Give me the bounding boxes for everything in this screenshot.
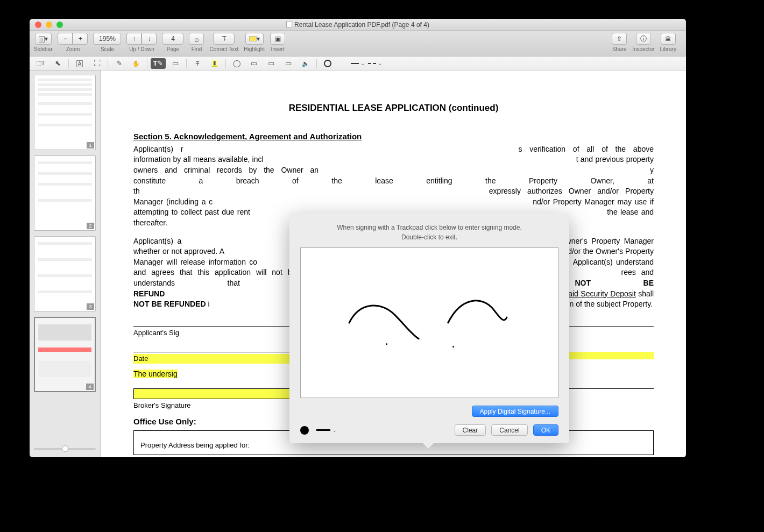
sign-icon [153,59,158,67]
page-number-field[interactable]: 4 [162,33,183,45]
text-box-tool[interactable] [72,58,87,69]
signature-canvas[interactable] [300,247,558,398]
comment-tool[interactable] [229,58,244,69]
signature-line-weight[interactable] [316,429,330,431]
svg-point-0 [386,343,387,345]
signature-dialog: When signing with a Trackpad click below… [289,213,569,443]
stamp-icon [285,59,292,67]
sidebar-icon [39,35,45,42]
textbox-icon [76,59,83,67]
thumbnail-size-slider[interactable] [34,444,96,453]
crop-tool[interactable] [89,58,104,69]
cursor-icon [55,59,61,67]
svg-point-1 [452,346,454,347]
strike-icon [222,35,226,42]
insert-label: Insert [271,46,285,52]
zoom-value-field[interactable]: 195% [93,33,121,45]
zoom-label: Zoom [66,46,80,52]
share-label: Share [612,46,627,52]
page-up-button[interactable] [126,33,142,45]
ok-button[interactable]: OK [533,424,558,436]
line-weight-dropdown[interactable]: ⌄ [350,58,365,69]
annotation-toolbar: ⬚T ✎ T ▮ ⌄ ⌄ [30,56,686,70]
draw-tool[interactable] [111,58,126,69]
clear-button[interactable]: Clear [455,424,486,436]
sidebar-toggle[interactable]: ▾ [35,33,52,45]
strike-tool[interactable]: T [190,58,205,69]
highlight-tool[interactable]: ▮ [207,58,222,69]
square-icon [268,59,274,67]
crop-icon [94,59,101,67]
cancel-button[interactable]: Cancel [491,424,527,436]
thumbnail-page-2[interactable]: 2 [34,155,96,231]
signature-tool[interactable]: ✎ [151,58,166,69]
sound-icon [302,59,309,67]
signature-color-swatch[interactable] [300,426,309,435]
circle-icon [324,60,331,67]
hand-icon [132,59,140,67]
page-label: Page [167,46,179,52]
correct-text-button[interactable] [213,33,235,45]
note-tool[interactable] [246,58,261,69]
thumbnail-page-4[interactable]: 4 [34,317,96,392]
thumbnail-page-1[interactable]: 1 [34,75,96,150]
pencil-icon [116,59,122,67]
correct-label: Correct Text [209,46,238,52]
zoom-out-button[interactable] [58,33,73,45]
image-icon [275,35,281,42]
highlight-label: Highlight [244,46,265,52]
search-icon [194,34,199,44]
window-title: Rental Lease Application PDF.pdf (Page 4… [30,21,686,29]
page-down-button[interactable] [142,33,157,45]
sound-tool[interactable] [298,58,313,69]
insert-button[interactable] [270,33,285,45]
section-heading: Section 5. Acknowledgement, Agreement an… [133,131,654,142]
bubble-icon [233,59,241,67]
note-icon [251,59,257,67]
undersigned-text: The undersig [133,370,178,378]
text-select-tool[interactable]: ⬚T [33,58,48,69]
apply-digital-signature-button[interactable]: Apply Digital Signature... [472,406,558,417]
thumbnail-page-3[interactable]: 3 [34,236,96,311]
inspector-button[interactable] [636,33,651,45]
zoom-in-button[interactable] [73,33,88,45]
pan-tool[interactable] [129,58,144,69]
find-label: Find [192,46,202,52]
sidebar-label: Sidebar [34,46,52,52]
share-button[interactable] [612,33,627,45]
info-icon [640,34,647,44]
library-button[interactable] [661,33,676,45]
line-style-dropdown[interactable]: ⌄ [367,58,383,69]
thumbnail-sidebar: 1 2 3 4 [30,70,101,457]
main-toolbar: ▾ Sidebar Zoom 195% Scale Up / Down [30,31,686,56]
shape-circle-tool[interactable] [320,58,335,69]
titlebar: Rental Lease Application PDF.pdf (Page 4… [30,19,686,31]
updown-label: Up / Down [129,46,154,52]
document-icon [286,21,292,28]
highlight-icon [249,36,257,41]
select-icon [172,59,179,67]
share-icon [617,35,622,42]
library-icon [665,35,671,42]
signature-instructions: When signing with a Trackpad click below… [300,223,558,242]
signature-alt-tool[interactable] [168,58,183,69]
page-heading: RESIDENTIAL LEASE APPLICATION (continued… [133,102,654,115]
arrow-up-icon [132,35,136,42]
document-view[interactable]: RESIDENTIAL LEASE APPLICATION (continued… [101,70,686,457]
arrow-down-icon [147,35,151,42]
app-window: Rental Lease Application PDF.pdf (Page 4… [30,19,686,457]
pointer-tool[interactable] [50,58,65,69]
stamp-tool[interactable] [281,58,296,69]
plus-icon [79,35,82,42]
box-tool[interactable] [264,58,279,69]
minus-icon [63,35,67,42]
library-label: Library [660,46,676,52]
find-button[interactable] [189,33,204,45]
scale-label: Scale [101,46,114,52]
highlight-button[interactable]: ▾ [245,33,264,45]
inspector-label: Inspector [632,46,654,52]
